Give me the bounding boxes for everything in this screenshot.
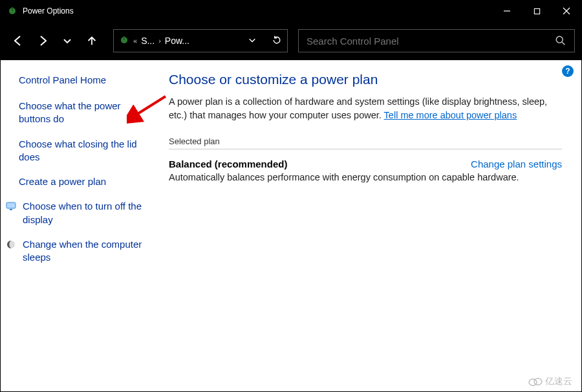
page-description: A power plan is a collection of hardware… bbox=[169, 95, 562, 122]
svg-point-15 bbox=[534, 378, 542, 385]
titlebar: Power Options bbox=[1, 1, 581, 21]
search-input[interactable] bbox=[307, 36, 555, 47]
plan-description: Automatically balances performance with … bbox=[169, 172, 562, 182]
learn-more-link[interactable]: Tell me more about power plans bbox=[384, 110, 517, 120]
svg-rect-11 bbox=[10, 209, 12, 210]
address-bar[interactable]: « S... › Pow... bbox=[113, 29, 288, 52]
sidebar-link-create-plan[interactable]: Create a power plan bbox=[19, 175, 152, 188]
sidebar-link-power-buttons[interactable]: Choose what the power buttons do bbox=[19, 100, 152, 126]
refresh-button[interactable] bbox=[272, 35, 282, 47]
main-panel: Choose or customize a power plan A power… bbox=[162, 60, 581, 392]
sidebar-item-label: Choose what closing the lid does bbox=[19, 138, 152, 164]
content-area: Control Panel Home Choose what the power… bbox=[1, 60, 581, 392]
navbar: « S... › Pow... bbox=[1, 21, 581, 60]
search-icon[interactable] bbox=[555, 35, 566, 47]
moon-icon bbox=[6, 239, 16, 250]
chevron-right-icon: › bbox=[158, 37, 161, 45]
change-plan-settings-link[interactable]: Change plan settings bbox=[471, 158, 562, 169]
svg-rect-3 bbox=[534, 8, 539, 14]
up-button[interactable] bbox=[81, 30, 103, 52]
section-label: Selected plan bbox=[169, 136, 562, 146]
chevron-down-icon[interactable] bbox=[248, 36, 256, 46]
svg-rect-1 bbox=[12, 7, 13, 11]
window-title: Power Options bbox=[23, 6, 74, 16]
power-options-icon bbox=[7, 6, 17, 16]
minimize-button[interactable] bbox=[492, 1, 522, 21]
breadcrumb-prefix: « bbox=[133, 37, 137, 45]
watermark: 亿速云 bbox=[528, 376, 572, 387]
sidebar-item-label: Choose when to turn off the display bbox=[23, 200, 152, 226]
page-heading: Choose or customize a power plan bbox=[169, 72, 562, 87]
search-box[interactable] bbox=[298, 29, 575, 52]
sidebar-link-computer-sleeps[interactable]: Change when the computer sleeps bbox=[19, 238, 152, 265]
forward-button[interactable] bbox=[32, 30, 54, 52]
monitor-icon bbox=[6, 201, 16, 212]
close-button[interactable] bbox=[552, 1, 581, 21]
svg-rect-7 bbox=[124, 36, 125, 40]
svg-line-9 bbox=[562, 42, 565, 45]
breadcrumb-segment[interactable]: Pow... bbox=[165, 36, 189, 46]
power-options-icon bbox=[119, 35, 129, 47]
recent-locations-button[interactable] bbox=[56, 30, 78, 52]
sidebar-item-label: Change when the computer sleeps bbox=[23, 238, 152, 265]
svg-rect-10 bbox=[6, 202, 16, 208]
maximize-button[interactable] bbox=[522, 1, 552, 21]
plan-name: Balanced (recommended) bbox=[169, 158, 287, 169]
sidebar-item-label: Choose what the power buttons do bbox=[19, 100, 152, 126]
sidebar-item-label: Create a power plan bbox=[19, 175, 106, 188]
divider bbox=[169, 149, 562, 149]
sidebar-link-closing-lid[interactable]: Choose what closing the lid does bbox=[19, 138, 152, 164]
plan-row: Balanced (recommended) Change plan setti… bbox=[169, 158, 562, 169]
watermark-text: 亿速云 bbox=[545, 376, 572, 387]
svg-point-8 bbox=[556, 36, 563, 43]
sidebar-link-turn-off-display[interactable]: Choose when to turn off the display bbox=[19, 200, 152, 226]
control-panel-home-link[interactable]: Control Panel Home bbox=[19, 74, 152, 85]
sidebar: Control Panel Home Choose what the power… bbox=[1, 60, 162, 392]
back-button[interactable] bbox=[7, 30, 29, 52]
breadcrumb-segment[interactable]: S... bbox=[141, 36, 155, 46]
